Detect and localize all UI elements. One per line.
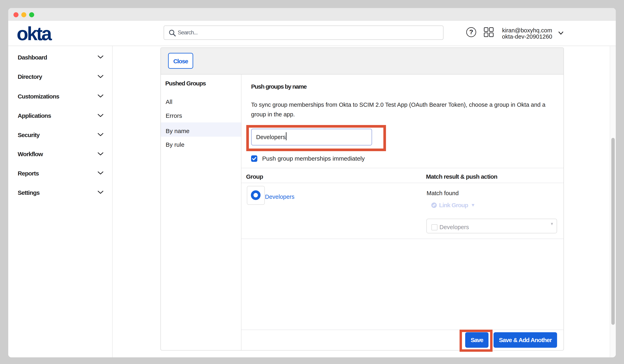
svg-text:?: ? [469,28,473,36]
